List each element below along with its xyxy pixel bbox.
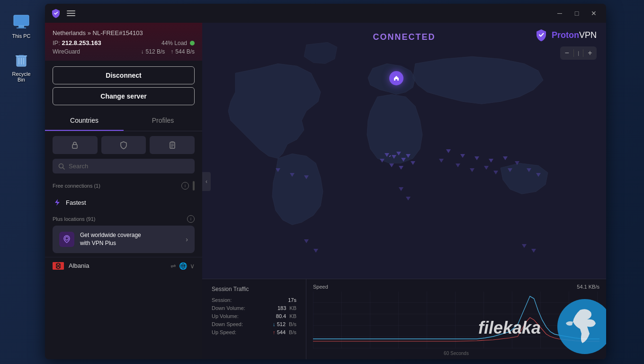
- country-globe-icon[interactable]: 🌐: [179, 262, 187, 270]
- info-button[interactable]: i: [181, 182, 189, 190]
- traffic-row-down-speed: Down Speed: ↓ 512 B/s: [212, 321, 296, 327]
- search-icon: [58, 163, 65, 170]
- desktop-icon-recycle-bin[interactable]: Recycle Bin: [5, 47, 38, 85]
- section-info: i: [181, 181, 195, 191]
- chart-time-label: 60 Seconds: [444, 351, 469, 356]
- download-speed: ↓ 512 B/s: [141, 48, 165, 55]
- title-bar-controls: ─ □ ✕: [553, 7, 600, 20]
- traffic-row-up-speed: Up Speed: ↑ 544 B/s: [212, 329, 296, 335]
- bolt-icon: [53, 198, 61, 207]
- speed-info: ↓ 512 B/s ↑ 544 B/s: [141, 48, 195, 55]
- filter-row: [45, 131, 202, 159]
- lock-icon: [71, 141, 79, 149]
- ip-address: IP: 212.8.253.163: [53, 39, 101, 46]
- home-pin: [389, 71, 403, 85]
- traffic-row-up-volume: Up Volume: 80.4 KB: [212, 313, 296, 319]
- app-body: Netherlands » NL-FREE#154103 IP: 212.8.2…: [45, 23, 606, 359]
- minimize-button[interactable]: ─: [553, 7, 566, 20]
- traffic-row-down-volume: Down Volume: 183 KB: [212, 305, 296, 311]
- tab-countries[interactable]: Countries: [45, 111, 124, 131]
- home-pin-container: [389, 71, 403, 85]
- filter-clipboard[interactable]: [150, 136, 195, 154]
- albania-name: Albania: [69, 262, 166, 269]
- country-actions-albania: ⇌ 🌐 ∨: [170, 262, 195, 270]
- hamburger-button[interactable]: [67, 10, 75, 16]
- load-indicator: 44% Load: [161, 40, 195, 46]
- load-dot: [190, 41, 195, 46]
- chart-title: Speed 54.1 KB/s: [313, 284, 599, 290]
- upsell-text: Get worldwide coverage with VPN Plus: [80, 231, 180, 247]
- plus-info-button[interactable]: i: [187, 215, 195, 223]
- proton-vpn-logo: [535, 28, 548, 42]
- home-icon: [393, 75, 400, 82]
- country-row-albania[interactable]: Albania ⇌ 🌐 ∨: [45, 257, 202, 274]
- title-bar: ─ □ ✕: [45, 4, 606, 23]
- stats-panel: Session Traffic Session: 17s Down Volume…: [202, 279, 606, 359]
- protocol-row: WireGuard ↓ 512 B/s ↑ 544 B/s: [53, 48, 195, 55]
- svg-rect-1: [18, 26, 24, 27]
- zoom-out-button[interactable]: −: [560, 46, 573, 60]
- traffic-title: Session Traffic: [212, 286, 296, 292]
- left-panel: Netherlands » NL-FREE#154103 IP: 212.8.2…: [45, 23, 202, 359]
- albania-flag-svg: [53, 262, 64, 270]
- zoom-level: |: [574, 50, 583, 56]
- upsell-arrow-icon: ›: [186, 236, 188, 243]
- free-connections-header: Free connections (1) i: [45, 178, 202, 193]
- collapse-button[interactable]: ‹: [202, 172, 211, 191]
- plus-locations-header: Plus locations (91) i: [45, 211, 202, 226]
- tab-profiles[interactable]: Profiles: [124, 111, 202, 131]
- upload-speed: ↑ 544 B/s: [170, 48, 195, 55]
- close-button[interactable]: ✕: [587, 7, 600, 20]
- connected-status: CONNECTED: [373, 32, 435, 42]
- right-panel: CONNECTED ProtonVPN − | +: [202, 23, 606, 359]
- plus-locations-label: Plus locations (91): [53, 216, 96, 222]
- free-connections-label: Free connections (1): [53, 183, 100, 189]
- fastest-row[interactable]: Fastest: [45, 193, 202, 211]
- albania-flag: [53, 262, 64, 270]
- tabs: Countries Profiles: [45, 111, 202, 131]
- app-window: ─ □ ✕ Netherlands » NL-FREE#154103 IP: 2…: [45, 4, 606, 359]
- map-zoom-controls: − | +: [560, 46, 597, 60]
- fastest-label: Fastest: [66, 199, 86, 206]
- chart-section: Speed 54.1 KB/s 60: [306, 279, 606, 359]
- disconnect-button[interactable]: Disconnect: [53, 66, 195, 84]
- title-bar-left: [51, 8, 75, 18]
- world-map: [202, 23, 606, 275]
- scroll-indicator: [193, 181, 195, 191]
- connection-header: Netherlands » NL-FREE#154103 IP: 212.8.2…: [45, 23, 202, 61]
- maximize-button[interactable]: □: [570, 7, 583, 20]
- svg-line-13: [63, 167, 65, 169]
- upsell-icon: [59, 232, 74, 247]
- svg-rect-2: [17, 27, 26, 28]
- country-expand-icon[interactable]: ∨: [190, 262, 195, 270]
- search-input[interactable]: [69, 163, 189, 170]
- chart-canvas: 60 Seconds: [313, 291, 599, 348]
- location-pin-icon: [63, 235, 71, 244]
- clipboard-icon: [168, 141, 177, 149]
- svg-point-14: [65, 237, 69, 240]
- svg-rect-0: [14, 15, 29, 26]
- filter-shield[interactable]: [101, 136, 146, 154]
- traffic-row-session: Session: 17s: [212, 297, 296, 303]
- change-server-button[interactable]: Change server: [53, 87, 195, 105]
- search-wrap: [53, 159, 195, 173]
- proton-brand-text: ProtonVPN: [552, 30, 597, 40]
- upsell-card[interactable]: Get worldwide coverage with VPN Plus ›: [53, 226, 195, 253]
- zoom-in-button[interactable]: +: [583, 46, 597, 60]
- ip-row: IP: 212.8.253.163 44% Load: [53, 39, 195, 46]
- connection-location: Netherlands » NL-FREE#154103: [53, 29, 195, 36]
- filter-secure-core[interactable]: [53, 136, 98, 154]
- desktop-icon-this-pc[interactable]: This PC: [5, 9, 38, 42]
- chart-speed-value: 54.1 KB/s: [577, 284, 599, 290]
- shield-icon: [119, 141, 128, 149]
- country-quick-connect-icon[interactable]: ⇌: [170, 262, 176, 270]
- proton-brand: ProtonVPN: [535, 28, 597, 42]
- desktop: This PC Recycle Bin: [0, 0, 644, 364]
- svg-rect-7: [72, 145, 77, 148]
- traffic-section: Session Traffic Session: 17s Down Volume…: [202, 279, 306, 359]
- speed-chart-svg: [313, 291, 599, 344]
- proton-shield-icon: [51, 8, 61, 18]
